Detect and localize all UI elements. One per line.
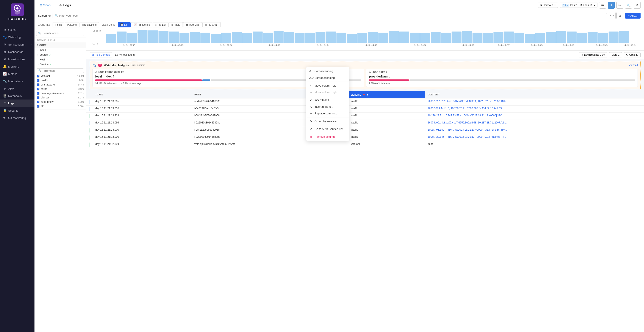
table-row[interactable]: May 16 11:21:13.555 i-0c0192f3ed18cf2a3 … (86, 106, 644, 113)
context-remove-column[interactable]: 🗑 Remove column (306, 133, 349, 140)
sidebar-item-security[interactable]: 🔒 Security (0, 107, 34, 114)
search-icon: 🔍 (54, 14, 58, 17)
date-column-header[interactable]: ↓ DATE (92, 91, 192, 98)
svg-rect-54 (598, 33, 608, 43)
sidebar-item-logs[interactable]: ≡ Logs › (0, 99, 34, 107)
svg-rect-13 (169, 32, 179, 43)
sidebar-item-service-mgmt[interactable]: ⚙ Service Mgmt › (0, 41, 34, 48)
sidebar-item-goto[interactable]: ⊕ Go to... (0, 26, 34, 34)
context-replace[interactable]: ✏ Replace column... (306, 110, 349, 117)
toplist-viz-tab[interactable]: ≡ Top List (152, 22, 168, 27)
sidebar-item-metrics[interactable]: 📈 Metrics (0, 70, 34, 78)
facet-search-input[interactable] (43, 32, 82, 35)
sidebar-item-notebooks[interactable]: 📓 Notebooks (0, 92, 34, 99)
table-viz-tab[interactable]: ⊞ Table (169, 22, 183, 27)
context-move-left[interactable]: ← Move column left (306, 82, 349, 89)
ctx-separator-1 (306, 82, 349, 82)
service-value-clamav[interactable]: ✓ clamav 6.07k (34, 95, 86, 100)
fields-tab[interactable]: Fields (52, 22, 64, 27)
sidebar-item-apm[interactable]: ◈ APM › (0, 85, 34, 92)
indexes-button[interactable]: 🗄 Indexes ▾ (538, 3, 558, 8)
facet-item-host[interactable]: › Host ✓ (34, 57, 86, 62)
view-all-link[interactable]: View all (629, 64, 638, 67)
logs-icon: ⊙ (95, 71, 97, 73)
context-group-by[interactable]: ⤷ Group by service (306, 118, 349, 124)
checkbox-traefik[interactable]: ✓ (37, 79, 40, 82)
context-insert-left[interactable]: ↙ Insert to left... (306, 97, 349, 103)
right-panel: 25k 0k 11:07 11:08 11:09 11:10 11:11 11:… (86, 29, 644, 332)
checkbox-calico[interactable]: ✓ (37, 88, 40, 90)
refresh-button[interactable]: ↺ (634, 2, 640, 9)
indicator-cell (86, 106, 92, 113)
svg-text:11:07: 11:07 (123, 44, 135, 46)
date-cell: May 16 11:21:13.605 (92, 98, 192, 106)
checkbox-vets-api[interactable]: ✓ (37, 75, 40, 78)
sidebar-item-ux-monitoring[interactable]: 👁 UX Monitoring (0, 114, 34, 121)
service-value-kube-proxy[interactable]: ✓ kube-proxy 5.90k (34, 100, 86, 104)
metrics-icon: 📈 (3, 72, 6, 76)
context-apm-list[interactable]: ↗ Go to APM Service List (306, 126, 349, 132)
filter-bar: Search for 🔍 </> ⧉ + Add... (34, 10, 644, 21)
sidebar-item-watchdog[interactable]: 🐾 Watchdog (0, 34, 34, 41)
service-value-vets-api[interactable]: ✓ vets-api 1.33M (34, 74, 86, 78)
checkbox-datadog-private[interactable]: ✓ (37, 92, 40, 95)
options-button[interactable]: ⚙ Options (624, 52, 640, 57)
service-value-datadog-private[interactable]: ✓ datadog-private-loca... 12.2k (34, 91, 86, 95)
sidebar-nav: ⊕ Go to... 🐾 Watchdog ⚙ Service Mgmt › ▦… (0, 24, 34, 332)
table-row[interactable]: May 16 11:21:13.096 i-022030c391435828b … (86, 120, 644, 127)
filter-values-input[interactable] (43, 70, 82, 72)
table-row[interactable]: May 16 11:21:13.000 i-08f112a505e049958 … (86, 127, 644, 134)
add-button[interactable]: + Add... (625, 13, 640, 19)
filter-input[interactable] (59, 14, 605, 17)
timeseries-viz-tab[interactable]: 📈 Timeseries (131, 22, 152, 27)
table-row[interactable]: May 16 11:21:12.694 vets-api-sidekiq-6fc… (86, 141, 644, 148)
facet-item-service[interactable]: ▾ Service ✓ (34, 62, 86, 67)
context-sort-desc[interactable]: Z↓A Sort descending (306, 74, 349, 81)
checkbox-kube-proxy[interactable]: ✓ (37, 101, 40, 103)
context-insert-right[interactable]: ↘ Insert to right... (306, 103, 349, 110)
integrations-icon: 🔧 (3, 79, 6, 83)
pause-button[interactable]: ⏸ (608, 2, 615, 9)
service-value-cms-apache[interactable]: ✓ cms-apache 34.4k (34, 82, 86, 87)
sidebar-item-monitors[interactable]: 🔔 Monitors (0, 63, 34, 70)
core-section-header[interactable]: ▾ CORE (34, 42, 86, 48)
piechart-viz-tab[interactable]: ◉ Pie Chart (202, 22, 221, 27)
treemap-viz-tab[interactable]: ▦ Tree Map (183, 22, 202, 27)
table-row[interactable]: May 16 11:21:13.605 i-0d2d63b26954603f2 … (86, 98, 644, 106)
facet-item-index[interactable]: › Index (34, 48, 86, 53)
download-csv-button[interactable]: ⬇ Download as CSV (579, 52, 607, 57)
table-row[interactable]: May 16 11:21:13.000 i-022030c391435828b … (86, 134, 644, 141)
indicator-cell (86, 120, 92, 127)
code-icon-btn[interactable]: </> (609, 12, 616, 19)
time-selector[interactable]: 15m Past 15 Minutes ⚑ ▾ (560, 3, 598, 8)
search-button[interactable]: 🔍 (625, 2, 632, 9)
sidebar-item-infrastructure[interactable]: 🖥 Infrastructure › (0, 56, 34, 63)
context-sort-asc[interactable]: A↑Z Sort ascending (306, 68, 349, 74)
content-column-header[interactable]: CONTENT (425, 91, 644, 98)
checkbox-cms-apache[interactable]: ✓ (37, 83, 40, 86)
svg-rect-34 (389, 31, 399, 43)
more-button[interactable]: More... (609, 52, 622, 57)
service-value-calico[interactable]: ✓ calico 20.2k (34, 87, 86, 91)
svg-rect-49 (546, 32, 556, 43)
service-column-header[interactable]: SERVICE ➜ ▾ (348, 91, 425, 98)
list-viz-tab[interactable]: 🔲 List (118, 22, 130, 27)
skip-forward-button[interactable]: ⏭ (616, 2, 623, 9)
svg-text:11:18: 11:18 (530, 44, 543, 46)
service-label: Service (40, 63, 48, 66)
sidebar-item-dashboards[interactable]: ▦ Dashboards › (0, 48, 34, 56)
sidebar-item-integrations[interactable]: 🔧 Integrations › (0, 78, 34, 85)
hide-controls-button[interactable]: ⊞ Hide Controls (90, 52, 112, 57)
transactions-tab[interactable]: Transactions (80, 22, 99, 27)
patterns-tab[interactable]: Patterns (65, 22, 79, 27)
visualize-as-label: Visualize as (102, 23, 115, 26)
service-value-traefik[interactable]: ✓ traefik 445k (34, 78, 86, 82)
facet-item-source[interactable]: › Source ✓ (34, 53, 86, 57)
views-button[interactable]: ⊞ Views (38, 3, 52, 8)
skip-back-button[interactable]: ⏮ (599, 2, 606, 9)
checkbox-clamav[interactable]: ✓ (37, 96, 40, 99)
service-value-alb[interactable]: ✓ alb 3.18k (34, 104, 86, 108)
checkbox-alb[interactable]: ✓ (37, 105, 40, 108)
table-row[interactable]: May 16 11:21:13.333 i-08f112a505e049958 … (86, 113, 644, 120)
copy-btn[interactable]: ⧉ (616, 12, 623, 19)
